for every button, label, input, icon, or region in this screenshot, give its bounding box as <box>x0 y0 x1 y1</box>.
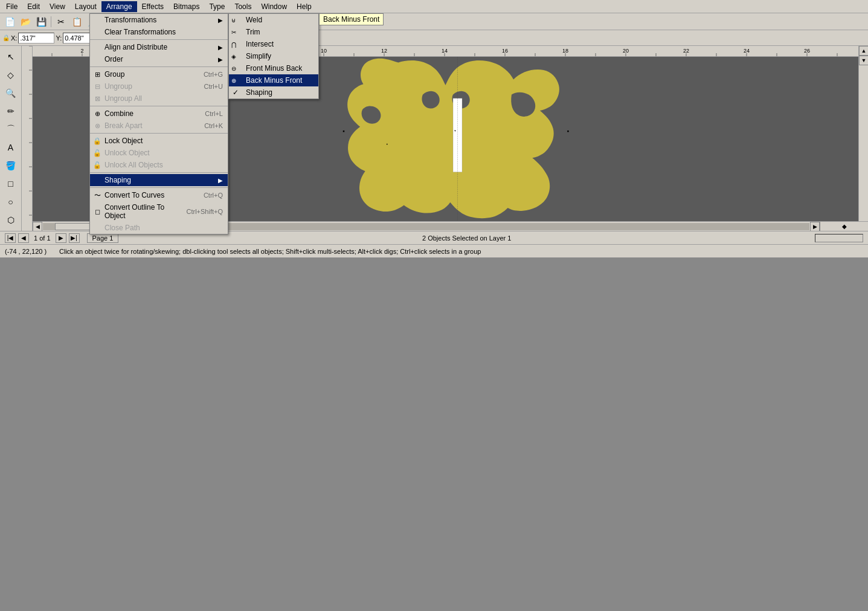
save-btn[interactable]: 💾 <box>34 15 48 28</box>
order-arrow: ▶ <box>218 56 223 63</box>
shaping-arrow: ▶ <box>218 177 223 184</box>
page-indicator: 1 of 1 <box>31 234 53 242</box>
arrange-convert-curves[interactable]: 〜 Convert To Curves Ctrl+Q <box>90 189 228 201</box>
arrange-convert-outline[interactable]: ◻ Convert Outline To Object Ctrl+Shift+Q <box>90 201 228 222</box>
x-label: X: <box>11 34 17 42</box>
new-btn[interactable]: 📄 <box>2 15 17 28</box>
fill-tool[interactable]: 🪣 <box>2 157 19 174</box>
unlock-icon: 🔓 <box>92 148 102 158</box>
shaping-trim[interactable]: ✂ Trim <box>229 26 318 38</box>
freehand-tool[interactable]: ✏ <box>2 103 19 120</box>
menu-edit[interactable]: Edit <box>22 1 45 12</box>
svg-rect-3 <box>567 131 569 132</box>
trim-icon: ✂ <box>231 29 236 36</box>
arrange-order[interactable]: Order ▶ <box>90 53 228 65</box>
ruler-vertical <box>22 46 33 231</box>
shaping-front-minus-back[interactable]: ⊖ Front Minus Back <box>229 62 318 74</box>
menu-bitmaps[interactable]: Bitmaps <box>169 1 204 12</box>
zoom-tool[interactable]: 🔍 <box>2 85 19 102</box>
arrange-clear-transformations[interactable]: Clear Transformations <box>90 26 228 38</box>
sep-6 <box>90 187 228 188</box>
x-lock-icon: 🔒 <box>2 34 10 41</box>
arrange-unlock-object[interactable]: 🔓 Unlock Object <box>90 147 228 159</box>
page-prev[interactable]: ◀ <box>18 233 29 243</box>
outline-shortcut: Ctrl+Shift+Q <box>186 208 223 215</box>
arrange-close-path[interactable]: Close Path <box>90 222 228 234</box>
shape-tool[interactable]: ◇ <box>2 66 19 83</box>
shaping-intersect[interactable]: ⋂ Intersect <box>229 38 318 50</box>
menubar: File Edit View Layout Arrange Effects Bi… <box>0 0 868 13</box>
sep-3 <box>90 106 228 106</box>
group-shortcut: Ctrl+G <box>204 71 223 78</box>
group-icon: ⊞ <box>92 70 102 79</box>
shaping-menu: ⊌ Weld ✂ Trim ⋂ Intersect ◈ Simplify ⊖ F… <box>228 13 319 99</box>
shaping-back-minus-front[interactable]: ⊕ Back Minus Front <box>229 74 318 86</box>
bezier-tool[interactable]: ⌒ <box>2 121 19 138</box>
cut-btn[interactable]: ✂ <box>54 15 68 28</box>
unlock-all-icon: 🔓 <box>92 160 102 170</box>
fmb-icon: ⊖ <box>231 65 236 72</box>
sep-1 <box>90 39 228 40</box>
tool-panel: ↖ ◇ 🔍 ✏ ⌒ A 🪣 □ ○ ⬡ <box>0 46 22 231</box>
arrange-shaping[interactable]: Shaping ▶ <box>90 174 228 186</box>
polygon-tool[interactable]: ⬡ <box>2 212 19 228</box>
arrange-break-apart[interactable]: ⊗ Break Apart Ctrl+K <box>90 120 228 132</box>
bottom-helpbar: (-74 , 22,120 ) Click an object twice fo… <box>0 244 868 257</box>
weld-icon: ⊌ <box>231 17 236 24</box>
bmf-icon: ⊕ <box>231 77 236 84</box>
color-preview <box>815 234 863 242</box>
hscroll-left[interactable]: ◀ <box>33 222 42 231</box>
shaping-simplify[interactable]: ◈ Simplify <box>229 50 318 62</box>
page-last[interactable]: ▶| <box>69 233 80 243</box>
scrollbar-corner-icon: ◆ <box>842 223 847 230</box>
arrange-group[interactable]: ⊞ Group Ctrl+G <box>90 68 228 80</box>
sep1 <box>51 16 51 27</box>
x-input[interactable] <box>18 33 54 44</box>
menu-help[interactable]: Help <box>292 1 317 12</box>
vscroll-down[interactable]: ▼ <box>859 56 868 65</box>
page-next[interactable]: ▶ <box>56 233 66 243</box>
bmf-tooltip: Back Minus Front <box>319 13 384 25</box>
menu-type[interactable]: Type <box>204 1 230 12</box>
menu-window[interactable]: Window <box>256 1 292 12</box>
vscroll-up[interactable]: ▲ <box>859 46 868 56</box>
transformations-arrow: ▶ <box>218 17 223 24</box>
menu-layout[interactable]: Layout <box>70 1 101 12</box>
shaping-weld[interactable]: ⊌ Weld <box>229 14 318 26</box>
menu-effects[interactable]: Effects <box>137 1 169 12</box>
text-tool[interactable]: A <box>2 139 19 156</box>
select-tool[interactable]: ↖ <box>2 48 19 65</box>
lock-icon: 🔒 <box>92 136 102 146</box>
shaping-shaping[interactable]: ✓ Shaping <box>229 86 318 99</box>
arrange-ungroup-all[interactable]: ⊠ Ungroup All <box>90 92 228 105</box>
sep-2 <box>90 66 228 67</box>
intersect-icon: ⋂ <box>231 41 236 48</box>
arrange-transformations[interactable]: Transformations ▶ <box>90 14 228 26</box>
arrange-lock-object[interactable]: 🔒 Lock Object <box>90 135 228 147</box>
arrange-ungroup[interactable]: ⊟ Ungroup Ctrl+U <box>90 80 228 92</box>
menu-tools[interactable]: Tools <box>230 1 256 12</box>
arrange-unlock-all[interactable]: 🔓 Unlock All Objects <box>90 159 228 171</box>
svg-rect-4 <box>387 144 388 145</box>
rect-tool[interactable]: □ <box>2 175 19 192</box>
simplify-icon: ◈ <box>231 53 236 60</box>
break-apart-shortcut: Ctrl+K <box>204 122 223 129</box>
vscroll[interactable]: ▲ ▼ <box>858 46 868 221</box>
hscroll-right[interactable]: ▶ <box>810 222 820 231</box>
svg-text:×: × <box>454 129 455 132</box>
curves-shortcut: Ctrl+Q <box>204 192 223 199</box>
copy-btn[interactable]: 📋 <box>69 15 84 28</box>
sep-5 <box>90 172 228 173</box>
combine-shortcut: Ctrl+L <box>205 110 223 117</box>
page-first[interactable]: |◀ <box>5 233 16 243</box>
ellipse-tool[interactable]: ○ <box>2 193 19 210</box>
arrange-combine[interactable]: ⊕ Combine Ctrl+L <box>90 108 228 120</box>
menu-view[interactable]: View <box>45 1 70 12</box>
menu-file[interactable]: File <box>1 1 22 12</box>
arrange-align-distribute[interactable]: Align and Distribute ▶ <box>90 41 228 53</box>
y-label: Y: <box>56 34 62 42</box>
menu-arrange[interactable]: Arrange <box>101 1 137 12</box>
open-btn[interactable]: 📂 <box>18 15 33 28</box>
shaping-check-icon: ✓ <box>233 88 239 97</box>
arrange-menu: Transformations ▶ Clear Transformations … <box>89 13 228 234</box>
